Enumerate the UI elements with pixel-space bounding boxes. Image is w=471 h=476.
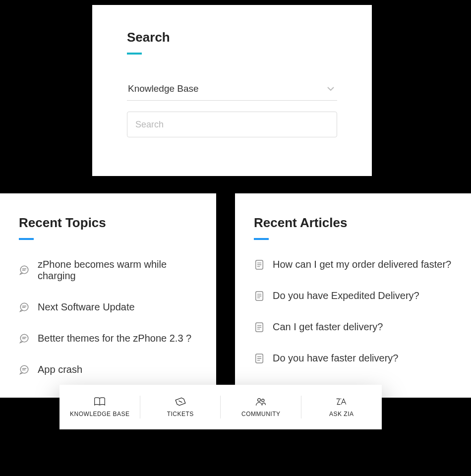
chat-bubble-icon xyxy=(19,302,30,313)
book-icon xyxy=(94,397,106,407)
nav-bar: KNOWLEDGE BASE TICKETS COMMUNITY ASK ZIA xyxy=(59,385,382,429)
svg-point-0 xyxy=(20,266,28,274)
nav-tickets[interactable]: TICKETS xyxy=(140,385,221,429)
svg-point-8 xyxy=(258,399,261,402)
chat-bubble-icon xyxy=(19,364,30,375)
document-icon xyxy=(254,291,265,301)
title-underline xyxy=(127,53,142,55)
chat-bubble-icon xyxy=(19,265,30,276)
list-item-label: App crash xyxy=(38,364,82,375)
title-underline xyxy=(254,238,269,240)
articles-list: How can I get my order delivered faster?… xyxy=(254,259,452,364)
people-icon xyxy=(255,397,267,407)
recent-topics-card: Recent Topics zPhone becomes warm while … xyxy=(0,193,216,398)
list-item-label: Do you have Expedited Delivery? xyxy=(273,290,419,301)
list-item[interactable]: Do you have faster delivery? xyxy=(254,353,452,364)
list-item[interactable]: Next Software Update xyxy=(19,301,197,313)
search-card: Search Knowledge Base xyxy=(92,5,372,176)
ticket-icon xyxy=(175,397,186,407)
document-icon xyxy=(254,322,265,333)
search-scope-select[interactable]: Knowledge Base xyxy=(127,78,337,101)
list-item[interactable]: App crash xyxy=(19,364,197,375)
document-icon xyxy=(254,259,265,270)
nav-community[interactable]: COMMUNITY xyxy=(221,385,301,429)
nav-label: ASK ZIA xyxy=(329,411,354,417)
list-item[interactable]: zPhone becomes warm while charging xyxy=(19,259,197,282)
nav-knowledge-base[interactable]: KNOWLEDGE BASE xyxy=(59,385,140,429)
list-item-label: Can I get faster delivery? xyxy=(273,321,383,333)
zia-icon xyxy=(336,397,348,407)
svg-point-10 xyxy=(340,399,341,400)
nav-label: COMMUNITY xyxy=(241,411,281,417)
chat-bubble-icon xyxy=(19,333,30,344)
list-item[interactable]: Better themes for the zPhone 2.3 ? xyxy=(19,333,197,344)
recent-articles-title: Recent Articles xyxy=(254,215,452,231)
title-underline xyxy=(19,238,34,240)
list-item-label: zPhone becomes warm while charging xyxy=(38,259,197,282)
svg-point-2 xyxy=(20,334,28,342)
chevron-down-icon xyxy=(327,87,334,91)
svg-point-3 xyxy=(20,365,28,373)
list-item[interactable]: Can I get faster delivery? xyxy=(254,321,452,333)
list-item-label: Do you have faster delivery? xyxy=(273,353,398,364)
search-scope-label: Knowledge Base xyxy=(128,83,199,94)
document-icon xyxy=(254,353,265,364)
svg-point-1 xyxy=(20,303,28,311)
list-item-label: How can I get my order delivered faster? xyxy=(273,259,451,270)
list-item[interactable]: How can I get my order delivered faster? xyxy=(254,259,452,270)
list-item-label: Next Software Update xyxy=(38,301,135,313)
list-item[interactable]: Do you have Expedited Delivery? xyxy=(254,290,452,301)
recent-topics-title: Recent Topics xyxy=(19,215,197,231)
svg-point-9 xyxy=(262,399,264,402)
search-title: Search xyxy=(127,30,337,45)
list-item-label: Better themes for the zPhone 2.3 ? xyxy=(38,333,191,344)
topics-list: zPhone becomes warm while charging Next … xyxy=(19,259,197,375)
recent-articles-card: Recent Articles How can I get my order d… xyxy=(235,193,471,398)
nav-label: KNOWLEDGE BASE xyxy=(70,411,129,417)
search-input[interactable] xyxy=(127,112,337,137)
nav-ask-zia[interactable]: ASK ZIA xyxy=(301,385,382,429)
nav-label: TICKETS xyxy=(167,411,194,417)
